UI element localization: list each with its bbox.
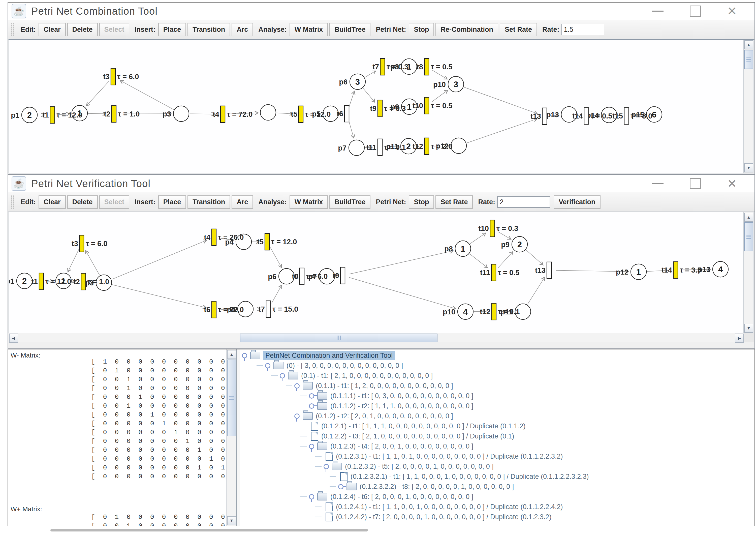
build-tree-button[interactable]: BuildTree <box>329 195 370 209</box>
arc-p2-t2[interactable] <box>88 113 106 114</box>
transition-t3[interactable]: t3τ = 6.0 <box>71 235 107 252</box>
tree-node-label[interactable]: (0.1.2.3.2) - t5: [ 2, 0, 0, 0, 0, 1, 0,… <box>345 463 494 470</box>
arc-p9-t13[interactable] <box>526 250 543 265</box>
clear-button[interactable]: Clear <box>39 23 66 36</box>
scrollbar-thumb[interactable] <box>227 359 236 436</box>
insert-place-button[interactable]: Place <box>158 195 186 209</box>
transition-t4[interactable]: t4τ = 72.0 <box>213 106 253 123</box>
arc-t10-p10[interactable] <box>432 90 448 102</box>
collapse-knob-icon[interactable] <box>309 444 314 449</box>
transition-t9[interactable]: t9τ = 0.3 <box>370 100 406 117</box>
tree-node-label[interactable]: (0.1.1.1) - t1: [ 0, 3, 0, 0, 0, 0, 0, 0… <box>330 392 473 400</box>
verification-button[interactable]: Verification <box>554 195 601 209</box>
delete-button[interactable]: Delete <box>67 195 98 209</box>
transition-t11[interactable]: t11τ = 0.1 <box>366 139 406 155</box>
place-p4[interactable] <box>260 105 276 120</box>
insert-arc-button[interactable]: Arc <box>231 195 253 209</box>
expand-knob-icon[interactable] <box>309 393 314 399</box>
arc-t11-p9[interactable] <box>498 252 513 267</box>
arc-p3-t4[interactable] <box>190 114 215 114</box>
transition-t12[interactable]: t12τ = 2.0 <box>413 138 452 155</box>
arc-t3-p2[interactable] <box>68 249 79 272</box>
clear-button[interactable]: Clear <box>39 195 66 209</box>
arc-p12-t13[interactable] <box>467 119 537 143</box>
tree-node[interactable]: (0.1.2.3) - t4: [ 2, 0, 0, 1, 0, 0, 0, 0… <box>240 441 754 451</box>
scroll-down-icon[interactable]: ▼ <box>744 324 753 333</box>
scrollbar-thumb[interactable] <box>240 334 438 342</box>
place-p13[interactable]: 4p13 <box>698 262 728 277</box>
minimize-icon[interactable] <box>652 11 663 12</box>
tree-node-label[interactable]: (0) - [ 3, 0, 0, 0, 0, 0, 0, 0, 0, 0, 0,… <box>286 362 403 370</box>
arc-p6-t7[interactable] <box>365 71 375 77</box>
build-tree-button[interactable]: BuildTree <box>329 23 370 36</box>
collapse-knob-icon[interactable] <box>309 494 314 499</box>
collapse-knob-icon[interactable] <box>324 464 329 469</box>
set-rate-button[interactable]: Set Rate <box>435 195 473 209</box>
place-p6[interactable]: 3p6 <box>339 74 365 90</box>
insert-transition-button[interactable]: Transition <box>187 195 230 209</box>
insert-place-button[interactable]: Place <box>158 23 186 36</box>
scroll-left-icon[interactable]: ◀ <box>9 334 18 343</box>
place-p3[interactable]: p3 <box>163 106 189 122</box>
tree-node-label[interactable]: (0.1.2.3.1) - t1: [ 1, 1, 0, 1, 0, 0, 0,… <box>336 453 563 461</box>
vertical-scrollbar[interactable]: ▲ ▼ <box>743 212 753 333</box>
arc-t8-p10[interactable] <box>432 70 447 79</box>
collapse-knob-icon[interactable] <box>265 363 270 368</box>
vertical-scrollbar[interactable]: ▲ ▼ <box>743 40 753 173</box>
place-p12[interactable]: 1p12 <box>616 264 646 280</box>
tree-node[interactable]: (0.1.2.4.2) - t7: [ 2, 0, 0, 0, 0, 1, 0,… <box>240 512 754 522</box>
arc-t5-p6[interactable] <box>270 248 282 267</box>
select-button[interactable]: Select <box>99 23 129 36</box>
tree-node-label[interactable]: (0.1.1.2) - t2: [ 1, 1, 1, 0, 0, 0, 0, 0… <box>330 402 473 410</box>
insert-transition-button[interactable]: Transition <box>187 23 230 36</box>
toolbar-grip-icon[interactable] <box>11 23 14 36</box>
place-p9[interactable]: 2p9 <box>501 237 527 252</box>
petri-net-verification[interactable]: 2p11p3p4p5p6p71p82p94p10p111p124p13t1τ =… <box>9 212 744 333</box>
tree-node[interactable]: (0.1.1) - t1: [ 1, 2, 0, 0, 0, 0, 0, 0, … <box>240 381 754 391</box>
tree-node[interactable]: (0.1.2.1) - t1: [ 1, 1, 1, 0, 0, 0, 0, 0… <box>240 421 754 431</box>
transition-t7[interactable]: t7τ = 0.3 <box>372 59 408 75</box>
delete-button[interactable]: Delete <box>67 23 98 36</box>
tree-node-label[interactable]: (0.1.2.1) - t1: [ 1, 1, 1, 0, 0, 0, 0, 0… <box>321 422 526 430</box>
arc-t9-p10[interactable] <box>349 277 456 309</box>
transition-t2[interactable]: t2τ = 1.0 <box>104 106 140 122</box>
arc-p11-t13[interactable] <box>527 277 545 304</box>
matrix-pane[interactable]: W- Matrix: [ 1 0 0 0 0 0 0 0 0 0 0 0 0][… <box>8 350 226 526</box>
collapse-knob-icon[interactable] <box>294 413 300 419</box>
arc-p10-t13[interactable] <box>464 87 537 114</box>
tree-node[interactable]: (0.1.2.4.1) - t1: [ 1, 1, 0, 0, 1, 0, 0,… <box>240 502 754 512</box>
place-p6[interactable]: p6 <box>268 268 294 284</box>
tree-node[interactable]: (0.1.1.2) - t2: [ 1, 1, 1, 0, 0, 0, 0, 0… <box>240 401 754 411</box>
maximize-icon[interactable] <box>690 6 701 17</box>
titlebar-combination[interactable]: ☕ Petri Net Combination Tool ✕ <box>8 3 754 20</box>
petri-net-combination[interactable]: 2p11p3p53p6p71p81p93p102p11p12p13p146p15… <box>9 40 744 173</box>
tree-node[interactable]: (0.1.2.3.2.2) - t8: [ 2, 0, 0, 0, 0, 0, … <box>240 482 754 492</box>
transition-t6[interactable]: t6τ = 72.0 <box>204 301 244 318</box>
place-p1[interactable]: 2p1 <box>11 107 37 123</box>
reachability-tree-pane[interactable]: PetriNet Combination and Verification To… <box>240 350 754 526</box>
collapse-knob-icon[interactable] <box>242 353 247 358</box>
tree-node[interactable]: (0.1.2.3.2) - t5: [ 2, 0, 0, 0, 0, 1, 0,… <box>240 462 754 471</box>
arc-p3-t6[interactable] <box>112 285 206 308</box>
toolbar-grip-icon[interactable] <box>11 195 14 209</box>
select-button[interactable]: Select <box>99 195 129 209</box>
horizontal-scrollbar[interactable]: ◀ ▶ <box>9 333 754 342</box>
transition-t13[interactable]: t13 <box>530 108 547 125</box>
scroll-down-icon[interactable]: ▼ <box>227 516 236 525</box>
minimize-icon[interactable] <box>652 183 663 184</box>
w-matrix-button[interactable]: W Matrix <box>289 195 328 209</box>
arc-t9-p8[interactable] <box>349 251 453 274</box>
tree-node-label[interactable]: (0.1) - t1: [ 2, 1, 0, 0, 0, 0, 0, 0, 0,… <box>301 372 433 380</box>
scrollbar-thumb[interactable] <box>744 50 753 69</box>
arc-t7-p6[interactable] <box>272 285 282 303</box>
transition-t5[interactable]: t5τ = 12.0 <box>257 234 297 250</box>
arc-t6-p7[interactable] <box>348 120 354 138</box>
petri-canvas-verification[interactable]: 2p11p3p4p5p6p71p82p94p10p111p124p13t1τ =… <box>9 212 754 334</box>
scroll-up-icon[interactable]: ▲ <box>227 350 236 359</box>
arc-t10-p9[interactable] <box>498 232 511 239</box>
close-icon[interactable]: ✕ <box>727 178 737 189</box>
w-matrix-button[interactable]: W Matrix <box>289 23 328 36</box>
collapse-knob-icon[interactable] <box>280 373 285 379</box>
rate-input[interactable] <box>561 24 604 35</box>
expand-knob-icon[interactable] <box>309 404 314 409</box>
